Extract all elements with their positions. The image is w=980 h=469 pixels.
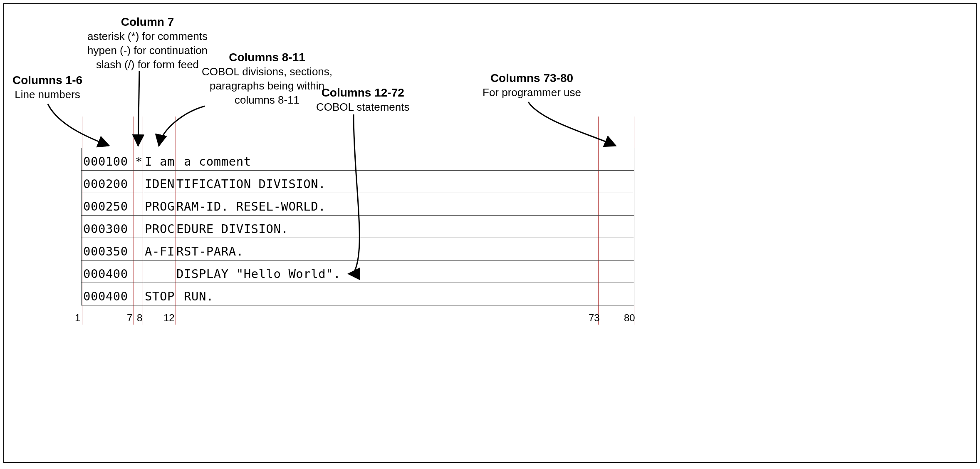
prog-use (597, 173, 632, 177)
indicator-area: * (135, 150, 143, 169)
area-b: DISPLAY "Hello World". (176, 263, 597, 281)
indicator-area (135, 173, 143, 177)
area-b: EDURE DIVISION. (176, 218, 597, 236)
label-title: Columns 73-80 (490, 72, 573, 84)
label-sub: COBOL divisions, sections, (202, 65, 332, 78)
label-title: Column 7 (121, 15, 174, 28)
indicator-area (135, 285, 143, 289)
code-row: 000350A-FIRST-PARA. (82, 238, 634, 261)
label-sub: asterisk (*) for comments (87, 30, 208, 42)
indicator-area (135, 218, 143, 222)
area-a (143, 263, 176, 267)
label-sub: COBOL statements (316, 101, 409, 113)
label-sub: hypen (-) for continuation (87, 44, 208, 57)
indicator-area (135, 240, 143, 244)
code-row: 000300PROCEDURE DIVISION. (82, 216, 634, 238)
area-b: RUN. (176, 285, 597, 303)
indicator-area (135, 195, 143, 199)
code-row: 000400STOP RUN. (82, 283, 634, 305)
area-b: TIFICATION DIVISION. (176, 173, 597, 191)
label-sub: columns 8-11 (235, 94, 299, 106)
area-a: STOP (143, 285, 176, 303)
label-cols-8-11: Columns 8-11 COBOL divisions, sections, … (202, 50, 332, 107)
line-number: 000100 (82, 150, 135, 169)
area-a: I am (143, 150, 176, 169)
indicator-area (135, 263, 143, 267)
label-title: Columns 1-6 (12, 74, 82, 87)
label-cols-12-72: Columns 12-72 COBOL statements (316, 85, 409, 114)
label-sub: Line numbers (15, 88, 80, 101)
line-number: 000400 (82, 285, 135, 303)
area-a: IDEN (143, 173, 176, 191)
code-row: 000200IDENTIFICATION DIVISION. (82, 171, 634, 193)
tick-1: 1 (75, 312, 80, 324)
area-b: RAM-ID. RESEL-WORLD. (176, 195, 597, 213)
line-number: 000250 (82, 195, 135, 213)
tick-73: 73 (589, 312, 600, 324)
code-row: 000250PROGRAM-ID. RESEL-WORLD. (82, 193, 634, 216)
code-row: 000400DISPLAY "Hello World". (82, 261, 634, 283)
label-cols-73-80: Columns 73-80 For programmer use (483, 71, 581, 100)
line-number: 000350 (82, 240, 135, 258)
area-a: PROG (143, 195, 176, 213)
code-row: 000100*I am a comment (82, 148, 634, 171)
area-a: PROC (143, 218, 176, 236)
tick-8: 8 (137, 312, 142, 324)
prog-use (597, 218, 632, 222)
prog-use (597, 285, 632, 289)
label-title: Columns 8-11 (229, 51, 305, 64)
prog-use (597, 195, 632, 199)
line-number: 000300 (82, 218, 135, 236)
area-b: RST-PARA. (176, 240, 597, 258)
tick-80: 80 (624, 312, 635, 324)
label-sub: For programmer use (483, 86, 581, 99)
label-col-7: Column 7 asterisk (*) for comments hypen… (87, 15, 208, 72)
line-number: 000200 (82, 173, 135, 191)
tick-12: 12 (163, 312, 175, 324)
label-title: Columns 12-72 (322, 86, 404, 99)
area-b: a comment (176, 150, 597, 169)
diagram-frame: Columns 1-6 Line numbers Column 7 asteri… (3, 3, 977, 463)
line-number: 000400 (82, 263, 135, 281)
prog-use (597, 240, 632, 244)
prog-use (597, 150, 632, 154)
label-sub: slash (/) for form feed (96, 58, 199, 71)
prog-use (597, 263, 632, 267)
area-a: A-FI (143, 240, 176, 258)
tick-7: 7 (127, 312, 132, 324)
label-cols-1-6: Columns 1-6 Line numbers (12, 73, 82, 102)
cobol-coding-sheet: 000100*I am a comment000200IDENTIFICATIO… (81, 148, 634, 305)
label-sub: paragraphs being within (210, 79, 324, 92)
